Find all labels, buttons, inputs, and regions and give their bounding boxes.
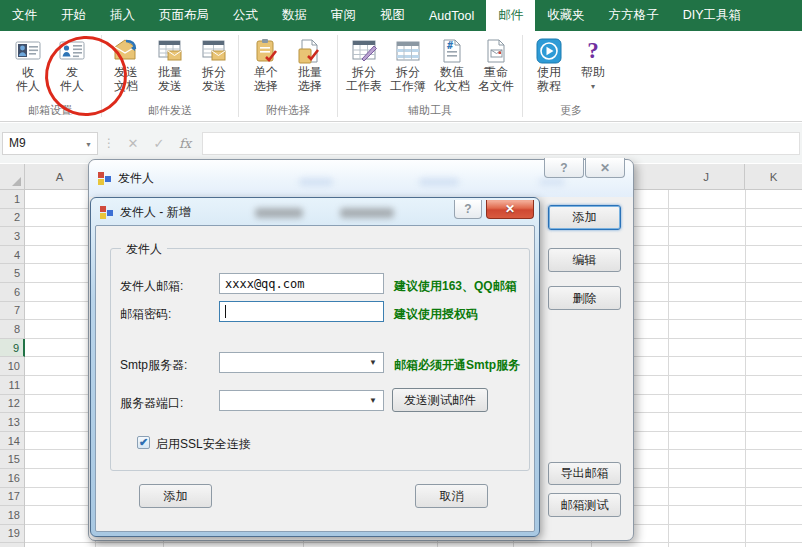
split-send-label2: 发送 [202,80,226,94]
row-header-13[interactable]: 13 [0,413,24,432]
sender-dialog-close-button[interactable]: ✕ [585,158,625,178]
row-header-7[interactable]: 7 [0,302,24,321]
single-select-button[interactable]: 单个 选择 [244,34,288,93]
row-header-3[interactable]: 3 [0,227,24,246]
blurred-text [539,178,565,186]
column-header-a[interactable]: A [25,164,95,189]
confirm-entry-icon[interactable]: ✓ [146,132,172,155]
tab-page-layout[interactable]: 页面布局 [147,0,221,31]
sender-email-hint: 建议使用163、QQ邮箱 [394,278,517,295]
row-header-2[interactable]: 2 [0,209,24,228]
sender-label2: 件人 [60,80,84,94]
help-button[interactable]: ? 帮助 ▾ [571,34,615,93]
row-header-1[interactable]: 1 [0,190,24,209]
confirm-add-button[interactable]: 添加 [139,484,212,508]
tab-mail[interactable]: 邮件 [486,0,535,31]
smtp-server-combobox[interactable]: ▼ [219,352,384,373]
email-password-input[interactable] [219,301,384,322]
delete-sender-button[interactable]: 删除 [548,286,621,310]
export-mailbox-button[interactable]: 导出邮箱 [548,462,621,485]
edit-sender-button[interactable]: 编辑 [548,248,621,272]
tab-review[interactable]: 审阅 [319,0,368,31]
sender-dialog-title: 发件人 [118,170,154,187]
combo-dropdown-icon[interactable]: ▼ [369,396,377,405]
row-header-11[interactable]: 11 [0,376,24,395]
row-header-14[interactable]: 14 [0,432,24,451]
tab-audtool[interactable]: AudTool [417,0,486,31]
tab-diy-toolbox[interactable]: DIY工具箱 [671,0,753,31]
sender-button[interactable]: 发 件人 [50,34,94,93]
ssl-checkbox[interactable]: ✔ [137,436,150,449]
group-separator [101,35,102,117]
tab-home[interactable]: 开始 [49,0,98,31]
blurred-text [419,178,459,186]
name-box[interactable]: M9 ▼ [2,132,98,155]
sender-label: 发 [66,66,78,80]
column-header-k[interactable]: K [745,164,802,189]
group-label-attachment-select: 附件选择 [266,101,310,121]
new-sender-dialog: 发件人 - 新增 ? ✕ 发件人 发件人邮箱: xxxx@qq.com 建议使用… [90,197,540,537]
blurred-text [299,178,333,186]
tab-ffcell[interactable]: 方方格子 [597,0,671,31]
recipient-button[interactable]: 收 件人 [6,34,50,93]
split-worksheet-label2: 工作表 [346,80,382,94]
send-document-button[interactable]: 发送 文档 [104,34,148,93]
sender-email-label: 发件人邮箱: [120,278,183,295]
cancel-button[interactable]: 取消 [415,484,488,508]
tab-view[interactable]: 视图 [368,0,417,31]
column-header-j[interactable]: J [668,164,745,189]
send-test-mail-button[interactable]: 发送测试邮件 [392,388,488,412]
sender-email-input[interactable]: xxxx@qq.com [219,273,384,294]
tab-formulas[interactable]: 公式 [221,0,270,31]
add-sender-button[interactable]: 添加 [548,205,621,230]
row-header-4[interactable]: 4 [0,246,24,265]
batch-send-button[interactable]: 批量 发送 [148,34,192,93]
help-label: 帮助 [581,66,605,80]
tab-file[interactable]: 文件 [0,0,49,31]
row-header-5[interactable]: 5 [0,264,24,283]
row-header-10[interactable]: 10 [0,357,24,376]
row-header-8[interactable]: 8 [0,320,24,339]
cancel-entry-icon[interactable]: ✕ [120,132,146,155]
tab-insert[interactable]: 插入 [98,0,147,31]
sender-card-icon [57,36,87,66]
formula-bar-divider: ⋮ [98,136,120,150]
split-workbook-button[interactable]: 拆分 工作簿 [386,34,430,93]
mailbox-test-button[interactable]: 邮箱测试 [548,493,621,517]
server-port-combobox[interactable]: ▼ [219,390,384,411]
tutorial-label: 使用 [537,66,561,80]
row-header-18[interactable]: 18 [0,506,24,525]
name-box-dropdown-icon[interactable]: ▼ [85,141,92,148]
group-separator [337,35,338,117]
tutorial-button[interactable]: 使用 教程 [527,34,571,93]
rename-file-button[interactable]: 重命 名文件 [474,34,518,93]
tab-data[interactable]: 数据 [270,0,319,31]
numeric-document-button[interactable]: # 数值 化文档 [430,34,474,93]
combo-dropdown-icon[interactable]: ▼ [369,358,377,367]
row-header-19[interactable]: 19 [0,525,24,544]
select-all-corner[interactable] [0,164,25,189]
new-sender-close-button[interactable]: ✕ [486,200,534,219]
row-header-12[interactable]: 12 [0,395,24,414]
name-box-value: M9 [9,136,26,150]
sender-groupbox-label: 发件人 [121,241,167,258]
formula-input[interactable] [202,132,800,155]
insert-function-icon[interactable]: fx [172,132,198,155]
row-header-9-selected[interactable]: 9 [0,339,25,358]
batch-select-label: 批量 [298,66,322,80]
split-worksheet-button[interactable]: 拆分 工作表 [342,34,386,93]
rename-file-label: 重命 [484,66,508,80]
batch-select-button[interactable]: 批量 选择 [288,34,332,93]
blurred-text [340,208,394,218]
row-header-15[interactable]: 15 [0,450,24,469]
split-send-button[interactable]: 拆分 发送 [192,34,236,93]
row-header-16[interactable]: 16 [0,469,24,488]
group-separator [238,35,239,117]
tab-favorites[interactable]: 收藏夹 [535,0,597,31]
email-password-hint: 建议使用授权码 [394,306,478,323]
row-header-6[interactable]: 6 [0,283,24,302]
row-header-17[interactable]: 17 [0,488,24,507]
new-sender-help-button[interactable]: ? [454,200,482,219]
new-sender-dialog-titlebar[interactable]: 发件人 - 新增 [100,204,191,221]
sender-dialog-help-button[interactable]: ? [544,158,584,178]
